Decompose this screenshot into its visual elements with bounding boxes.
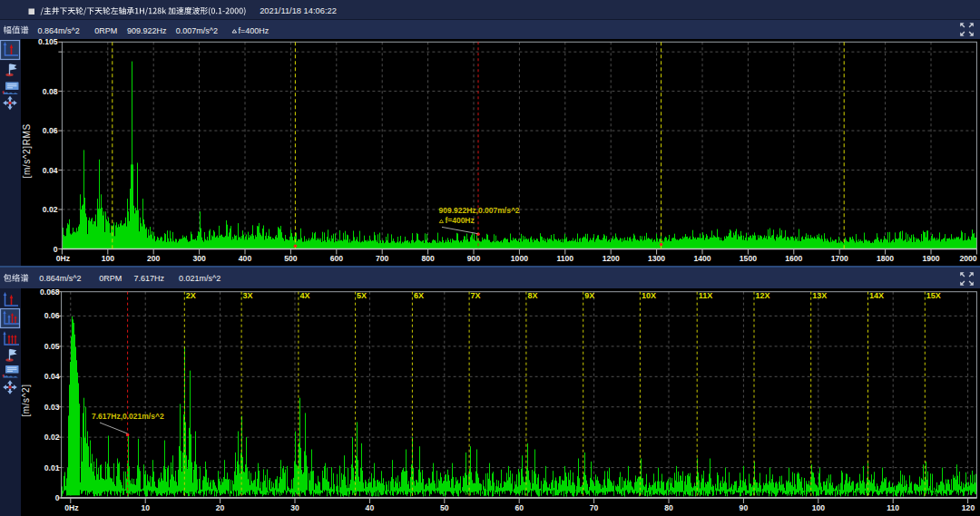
- svg-text:13X: 13X: [812, 291, 827, 300]
- svg-text:100: 100: [102, 254, 115, 263]
- svg-text:60: 60: [514, 503, 524, 512]
- svg-text:0.05: 0.05: [44, 342, 60, 351]
- svg-text:1100: 1100: [556, 254, 573, 263]
- svg-text:0.06: 0.06: [43, 126, 58, 135]
- svg-text:0.068: 0.068: [40, 287, 60, 297]
- svg-text:600: 600: [330, 254, 344, 263]
- svg-text:[m/s^2]: [m/s^2]: [21, 384, 31, 416]
- svg-text:1400: 1400: [693, 254, 710, 263]
- svg-text:30: 30: [290, 503, 299, 512]
- svg-text:0.02: 0.02: [43, 205, 58, 214]
- svg-text:1900: 1900: [922, 254, 939, 263]
- svg-text:2021/11/18 14:06:22: 2021/11/18 14:06:22: [260, 6, 337, 15]
- svg-text:0.864m/s^2: 0.864m/s^2: [39, 274, 81, 283]
- svg-text:90: 90: [740, 503, 749, 512]
- svg-text:500: 500: [284, 254, 298, 263]
- svg-text:70: 70: [590, 503, 599, 512]
- svg-text:1300: 1300: [648, 254, 665, 263]
- svg-text:40: 40: [366, 503, 375, 512]
- svg-text:0RPM: 0RPM: [99, 274, 122, 283]
- svg-text:1600: 1600: [785, 254, 802, 263]
- svg-text:1000: 1000: [511, 254, 528, 263]
- svg-text:6X: 6X: [414, 291, 424, 300]
- svg-text:1700: 1700: [831, 254, 848, 263]
- svg-text:0: 0: [54, 245, 58, 254]
- svg-text:3X: 3X: [243, 291, 253, 300]
- svg-text:0.03: 0.03: [44, 403, 60, 412]
- svg-text:110: 110: [887, 503, 899, 512]
- svg-text:f=400Hz: f=400Hz: [445, 216, 474, 225]
- svg-text:900: 900: [467, 254, 481, 263]
- svg-text:7.617Hz: 7.617Hz: [133, 274, 164, 283]
- svg-text:300: 300: [192, 254, 206, 263]
- svg-text:0.04: 0.04: [43, 166, 58, 175]
- svg-text:12X: 12X: [756, 291, 770, 300]
- svg-text:0.01: 0.01: [44, 463, 60, 472]
- svg-text:9X: 9X: [584, 291, 594, 300]
- svg-text:0: 0: [55, 493, 60, 502]
- svg-text:0.04: 0.04: [44, 372, 60, 381]
- svg-text:2X: 2X: [186, 291, 196, 300]
- svg-text:0Hz: 0Hz: [64, 503, 78, 512]
- svg-text:50: 50: [440, 503, 449, 512]
- svg-text:1200: 1200: [603, 254, 620, 263]
- svg-text:100: 100: [812, 503, 826, 512]
- svg-text:7.617Hz,0.021m/s^2: 7.617Hz,0.021m/s^2: [92, 412, 164, 421]
- svg-text:15X: 15X: [926, 291, 941, 300]
- svg-text:20: 20: [216, 503, 225, 512]
- svg-text:909.922Hz: 909.922Hz: [127, 26, 167, 35]
- svg-text:1500: 1500: [740, 254, 757, 263]
- svg-text:5X: 5X: [357, 291, 367, 300]
- svg-text:14X: 14X: [869, 291, 884, 300]
- svg-text:1800: 1800: [877, 254, 894, 263]
- svg-text:800: 800: [421, 254, 435, 263]
- svg-text:200: 200: [147, 254, 161, 263]
- svg-text:0.08: 0.08: [43, 87, 58, 96]
- svg-text:2000: 2000: [959, 254, 976, 263]
- svg-text:0.02: 0.02: [44, 433, 60, 442]
- svg-text:4X: 4X: [299, 291, 309, 300]
- svg-text:0.007m/s^2: 0.007m/s^2: [176, 26, 218, 35]
- svg-text:8X: 8X: [527, 291, 537, 300]
- svg-text:[m/s^2]RMS: [m/s^2]RMS: [22, 123, 32, 178]
- svg-text:f=400Hz: f=400Hz: [238, 26, 269, 35]
- svg-text:0Hz: 0Hz: [56, 254, 70, 263]
- svg-text:120: 120: [962, 503, 975, 512]
- svg-text:0RPM: 0RPM: [94, 26, 117, 35]
- svg-text:0.105: 0.105: [38, 37, 58, 46]
- svg-text:909.922Hz,0.007m/s^2: 909.922Hz,0.007m/s^2: [439, 206, 520, 215]
- svg-text:0.06: 0.06: [44, 311, 60, 320]
- svg-text:10X: 10X: [642, 291, 656, 300]
- svg-text:400: 400: [239, 254, 252, 263]
- svg-text:0.864m/s^2: 0.864m/s^2: [38, 26, 80, 35]
- svg-text:0.021m/s^2: 0.021m/s^2: [179, 274, 220, 283]
- svg-text:7X: 7X: [471, 291, 481, 300]
- svg-text:10: 10: [141, 503, 150, 512]
- svg-text:700: 700: [376, 254, 389, 263]
- svg-text:80: 80: [664, 503, 673, 512]
- svg-text:11X: 11X: [699, 291, 713, 300]
